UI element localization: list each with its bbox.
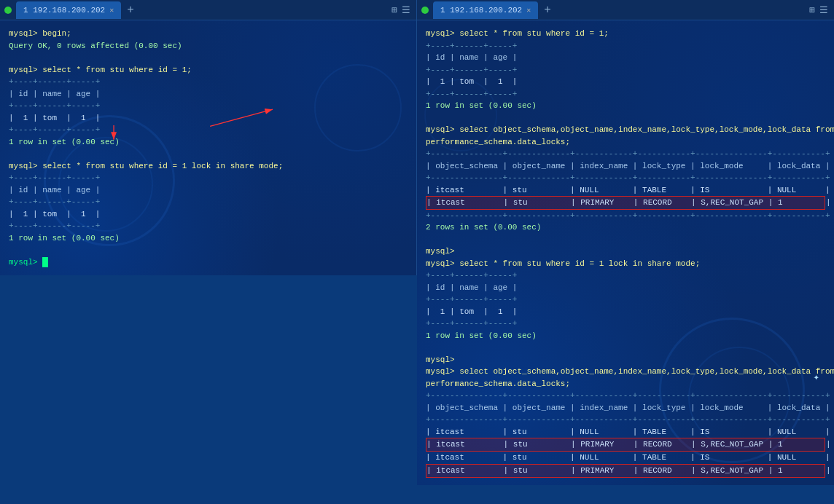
right-line-1: mysql> select * from stu where id = 1; [426, 28, 825, 40]
left-line-9: +----+------+-----+ [9, 124, 408, 136]
right-line-32: | object_schema | object_name | index_na… [426, 402, 825, 414]
right-line-16: +---------------+-------------+---------… [426, 210, 825, 222]
left-line-13: +----+------+-----+ [9, 172, 408, 184]
right-line-34: | itcast | stu | NULL | TABLE | IS | NUL… [426, 426, 825, 438]
tab-icons-right: ⊞ ☰ [809, 4, 834, 16]
left-line-cursor: mysql> [9, 256, 408, 269]
left-line-2: Query OK, 0 rows affected (0.00 sec) [9, 40, 408, 52]
right-line-37-highlighted: | itcast | stu | PRIMARY | RECORD | S,RE… [426, 464, 825, 478]
right-line-11: +---------------+-------------+---------… [426, 148, 825, 160]
tab-bar-left: 1 192.168.200.202 ✕ + ⊞ ☰ [0, 0, 417, 20]
right-line-26: 1 row in set (0.00 sec) [426, 330, 825, 342]
list-icon-left[interactable]: ☰ [402, 4, 410, 16]
right-line-24: | 1 | tom | 1 | [426, 306, 825, 318]
right-line-22: | id | name | age | [426, 282, 825, 294]
left-line-3 [9, 52, 408, 64]
tab-bar: 1 192.168.200.202 ✕ + ⊞ ☰ 1 192.168.200.… [0, 0, 834, 20]
left-line-17: +----+------+-----+ [9, 220, 408, 232]
right-line-18 [426, 234, 825, 246]
right-line-36: | itcast | stu | NULL | TABLE | IS | NUL… [426, 452, 825, 464]
right-line-6: +----+------+-----+ [426, 88, 825, 101]
left-line-16: | 1 | tom | 1 | [9, 208, 408, 221]
left-line-4: mysql> select * from stu where id = 1; [9, 64, 408, 76]
right-line-3: | id | name | age | [426, 52, 825, 64]
right-line-10: performance_schema.data_locks; [426, 136, 825, 149]
right-line-30: performance_schema.data_locks; [426, 378, 825, 390]
tab-add-left[interactable]: + [121, 4, 140, 17]
left-line-10: 1 row in set (0.00 sec) [9, 136, 408, 149]
left-line-18: 1 row in set (0.00 sec) [9, 232, 408, 245]
right-line-31: +---------------+-------------+---------… [426, 390, 825, 402]
right-line-19: mysql> [426, 245, 825, 258]
left-line-6: | id | name | age | [9, 88, 408, 101]
left-line-11 [9, 148, 408, 160]
tab-left-label: 1 192.168.200.202 [23, 6, 105, 15]
left-line-15: +----+------+-----+ [9, 196, 408, 208]
left-line-14: | id | name | age | [9, 184, 408, 197]
list-icon-right[interactable]: ☰ [819, 4, 828, 16]
left-line-7: +----+------+-----+ [9, 100, 408, 112]
left-terminal[interactable]: mysql> begin; Query OK, 0 rows affected … [0, 20, 417, 275]
grid-icon-right[interactable]: ⊞ [809, 4, 815, 16]
right-line-2: +----+------+-----+ [426, 40, 825, 52]
tab-right-label: 1 192.168.200.202 [440, 6, 522, 15]
dot-green-left [4, 7, 12, 14]
right-line-17: 2 rows in set (0.00 sec) [426, 221, 825, 234]
right-line-20: mysql> select * from stu where id = 1 lo… [426, 258, 825, 270]
right-line-12: | object_schema | object_name | index_na… [426, 160, 825, 173]
right-line-35-highlighted: | itcast | stu | PRIMARY | RECORD | S,RE… [426, 438, 825, 452]
tab-controls-left [0, 7, 16, 14]
tab-controls-right [417, 7, 433, 14]
grid-icon-left[interactable]: ⊞ [391, 4, 397, 16]
right-line-33: +---------------+-------------+---------… [426, 414, 825, 426]
right-line-25: +----+------+-----+ [426, 318, 825, 330]
tab-close-left[interactable]: ✕ [109, 6, 114, 15]
app-window: 1 192.168.200.202 ✕ + ⊞ ☰ 1 192.168.200.… [0, 0, 834, 485]
tab-close-right[interactable]: ✕ [526, 6, 531, 15]
dot-green-right [421, 7, 429, 14]
tab-add-right[interactable]: + [538, 4, 557, 17]
right-line-9: mysql> select object_schema,object_name,… [426, 124, 825, 136]
right-line-15-highlighted: | itcast | stu | PRIMARY | RECORD | S,RE… [426, 196, 825, 210]
tab-bar-right: 1 192.168.200.202 ✕ + ⊞ ☰ [417, 0, 834, 20]
tab-left[interactable]: 1 192.168.200.202 ✕ [16, 1, 121, 19]
tab-right[interactable]: 1 192.168.200.202 ✕ [433, 1, 538, 19]
left-line-8: | 1 | tom | 1 | [9, 112, 408, 125]
main-content: mysql> begin; Query OK, 0 rows affected … [0, 20, 834, 485]
right-line-14: | itcast | stu | NULL | TABLE | IS | NUL… [426, 184, 825, 197]
right-terminal[interactable]: mysql> select * from stu where id = 1; +… [417, 20, 834, 485]
right-line-21: +----+------+-----+ [426, 269, 825, 282]
left-line-12: mysql> select * from stu where id = 1 lo… [9, 160, 408, 173]
right-line-4: +----+------+-----+ [426, 64, 825, 76]
right-line-27 [426, 342, 825, 354]
right-line-28: mysql> [426, 354, 825, 366]
right-line-13: +---------------+-------------+---------… [426, 172, 825, 184]
right-line-23: +----+------+-----+ [426, 294, 825, 306]
left-line-1: mysql> begin; [9, 28, 408, 40]
left-line-19 [9, 244, 408, 256]
left-line-5: +----+------+-----+ [9, 76, 408, 88]
right-line-5: | 1 | tom | 1 | [426, 76, 825, 88]
right-line-8 [426, 112, 825, 125]
right-line-7: 1 row in set (0.00 sec) [426, 100, 825, 112]
right-line-29: mysql> select object_schema,object_name,… [426, 366, 825, 378]
tab-icons-left: ⊞ ☰ [391, 4, 416, 16]
